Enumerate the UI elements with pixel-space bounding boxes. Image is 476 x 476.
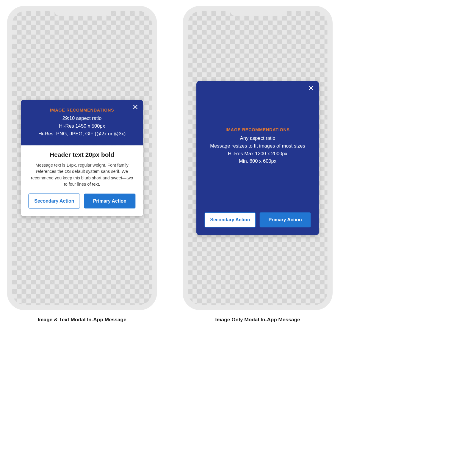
secondary-action-button[interactable]: Secondary Action — [204, 212, 256, 227]
phone-screen: IMAGE RECOMMENDATIONS 29:10 aspect ratio… — [12, 11, 152, 305]
modal-image-only: IMAGE RECOMMENDATIONS Any aspect ratio M… — [196, 81, 319, 235]
caption: Image Only Modal In-App Message — [215, 317, 300, 322]
recommendation-label: IMAGE RECOMMENDATIONS — [29, 108, 135, 113]
phone-notch — [230, 6, 285, 16]
modal-image-area: IMAGE RECOMMENDATIONS Any aspect ratio M… — [204, 87, 311, 212]
recommendation-line: Hi-Res 1450 x 500px — [29, 122, 135, 130]
close-button[interactable] — [307, 84, 314, 92]
close-icon — [308, 85, 314, 91]
close-button[interactable] — [132, 103, 139, 110]
phone-frame: IMAGE RECOMMENDATIONS 29:10 aspect ratio… — [7, 6, 157, 310]
phone-mockup-image-text: IMAGE RECOMMENDATIONS 29:10 aspect ratio… — [7, 6, 157, 322]
button-row: Secondary Action Primary Action — [29, 193, 136, 208]
primary-action-button[interactable]: Primary Action — [84, 193, 136, 208]
recommendation-line: Any aspect ratio — [204, 134, 311, 142]
close-icon — [133, 104, 138, 110]
modal-image-text: IMAGE RECOMMENDATIONS 29:10 aspect ratio… — [21, 100, 143, 216]
modal-image-area: IMAGE RECOMMENDATIONS 29:10 aspect ratio… — [21, 100, 143, 145]
modal-header: Header text 20px bold — [29, 151, 136, 158]
button-row: Secondary Action Primary Action — [204, 212, 311, 227]
recommendation-line: Hi-Res Max 1200 x 2000px — [204, 150, 311, 157]
recommendation-line: Message resizes to fit images of most si… — [204, 142, 311, 150]
caption: Image & Text Modal In-App Message — [37, 317, 126, 322]
phone-screen: IMAGE RECOMMENDATIONS Any aspect ratio M… — [188, 11, 327, 305]
secondary-action-button[interactable]: Secondary Action — [29, 193, 80, 208]
phone-frame: IMAGE RECOMMENDATIONS Any aspect ratio M… — [183, 6, 333, 310]
recommendation-line: Min. 600 x 600px — [204, 157, 311, 165]
modal-message: Message text is 14px, regular weight. Fo… — [29, 162, 136, 187]
recommendation-line: Hi-Res. PNG, JPEG, GIF (@2x or @3x) — [29, 130, 135, 138]
phone-notch — [54, 6, 110, 16]
primary-action-button[interactable]: Primary Action — [259, 212, 311, 227]
recommendation-line: 29:10 aspect ratio — [29, 115, 135, 122]
modal-body: Header text 20px bold Message text is 14… — [21, 145, 143, 216]
phone-mockup-image-only: IMAGE RECOMMENDATIONS Any aspect ratio M… — [183, 6, 333, 322]
recommendation-label: IMAGE RECOMMENDATIONS — [204, 127, 311, 132]
